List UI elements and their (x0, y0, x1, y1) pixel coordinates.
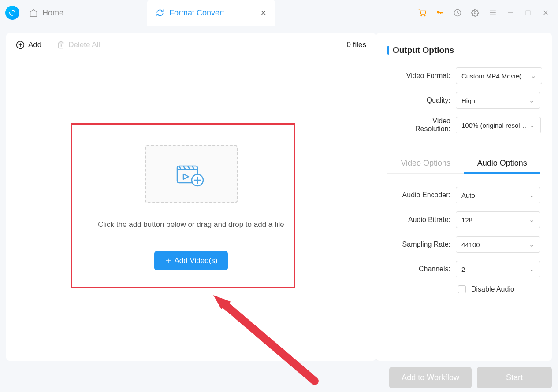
audio-encoder-label: Audio Encoder: (398, 191, 456, 199)
add-to-workflow-button[interactable]: Add to Workflow (389, 367, 472, 388)
disable-audio-label: Disable Audio (471, 285, 514, 293)
history-icon[interactable] (453, 8, 462, 17)
audio-encoder-select[interactable]: Auto ⌄ (456, 187, 540, 203)
audio-bitrate-value: 128 (461, 216, 472, 224)
add-button[interactable]: Add (16, 41, 41, 49)
delete-all-button[interactable]: Delete All (57, 41, 100, 49)
file-toolbar: Add Delete All 0 files (6, 33, 376, 57)
cart-icon[interactable] (418, 8, 427, 17)
disable-audio-checkbox[interactable] (458, 285, 466, 293)
quality-select[interactable]: High ⌄ (456, 92, 540, 109)
key-icon[interactable] (435, 8, 444, 17)
settings-icon[interactable] (471, 8, 480, 17)
start-button[interactable]: Start (477, 367, 552, 388)
svg-point-0 (15, 12, 15, 13)
output-options-header: Output Options (387, 45, 540, 55)
quality-value: High (461, 97, 475, 104)
trash-icon (57, 41, 65, 49)
plus-circle-icon (16, 41, 25, 49)
sampling-rate-value: 44100 (461, 241, 480, 248)
chevron-down-icon: ⌄ (529, 191, 535, 199)
svg-rect-10 (526, 11, 530, 15)
section-title: Output Options (393, 45, 454, 55)
chevron-down-icon: ⌄ (529, 265, 535, 273)
resolution-select[interactable]: 100% (original resol… ⌄ (456, 117, 541, 133)
resolution-value: 100% (original resol… (461, 122, 527, 129)
home-icon (29, 8, 38, 17)
home-label: Home (42, 8, 63, 18)
tab-title: Format Convert (169, 8, 224, 18)
footer-actions: Add to Workflow Start (389, 367, 552, 388)
audio-bitrate-label: Audio Bitrate: (398, 216, 456, 224)
chevron-down-icon: ⌄ (529, 96, 535, 104)
menu-icon[interactable] (488, 8, 497, 17)
chevron-down-icon: ⌄ (529, 216, 535, 224)
home-tab[interactable]: Home (29, 8, 63, 18)
app-logo (5, 6, 19, 20)
tab-format-convert[interactable]: Format Convert ✕ (147, 0, 275, 26)
tab-audio-options[interactable]: Audio Options (464, 154, 541, 174)
maximize-icon[interactable] (524, 8, 532, 17)
drop-hint-text: Click the add button below or drag and d… (98, 220, 284, 229)
resolution-label: Video Resolution: (398, 117, 456, 133)
video-add-icon (174, 161, 209, 187)
svg-line-23 (223, 303, 315, 381)
sampling-rate-label: Sampling Rate: (398, 240, 456, 248)
chevron-down-icon: ⌄ (529, 240, 535, 248)
video-format-value: Custom MP4 Movie(… (461, 72, 528, 80)
annotation-arrow (213, 295, 324, 388)
file-list-panel: Add Delete All 0 files Click the add but… (6, 33, 376, 361)
divider (387, 147, 540, 147)
quality-label: Quality: (398, 96, 456, 104)
chevron-down-icon: ⌄ (529, 121, 535, 129)
audio-encoder-value: Auto (461, 192, 475, 199)
sampling-rate-select[interactable]: 44100 ⌄ (456, 236, 540, 253)
svg-point-1 (9, 12, 10, 13)
add-label: Add (28, 41, 41, 49)
video-format-label: Video Format: (398, 72, 456, 80)
section-accent-bar (387, 46, 389, 55)
add-video-label: Add Video(s) (175, 256, 218, 265)
svg-point-2 (421, 15, 422, 16)
close-icon[interactable] (541, 8, 550, 17)
svg-point-3 (424, 15, 425, 16)
chevron-down-icon: ⌄ (531, 72, 536, 80)
file-count: 0 files (347, 41, 366, 49)
output-options-panel: Output Options Video Format: Custom MP4 … (376, 33, 552, 361)
app-header: Home Format Convert ✕ (0, 0, 558, 26)
tab-close-icon[interactable]: ✕ (260, 9, 266, 17)
svg-marker-22 (213, 295, 231, 309)
tab-video-options[interactable]: Video Options (387, 154, 464, 174)
channels-select[interactable]: 2 ⌄ (456, 261, 540, 277)
minimize-icon[interactable] (506, 8, 515, 17)
add-video-button[interactable]: Add Video(s) (154, 251, 228, 270)
drop-zone[interactable] (145, 145, 238, 203)
plus-icon (165, 257, 172, 264)
audio-bitrate-select[interactable]: 128 ⌄ (456, 211, 540, 228)
channels-label: Channels: (398, 265, 456, 273)
channels-value: 2 (461, 266, 465, 273)
delete-label: Delete All (68, 41, 100, 49)
video-format-select[interactable]: Custom MP4 Movie(… ⌄ (456, 67, 542, 84)
svg-point-5 (474, 12, 476, 14)
refresh-icon (156, 9, 164, 17)
